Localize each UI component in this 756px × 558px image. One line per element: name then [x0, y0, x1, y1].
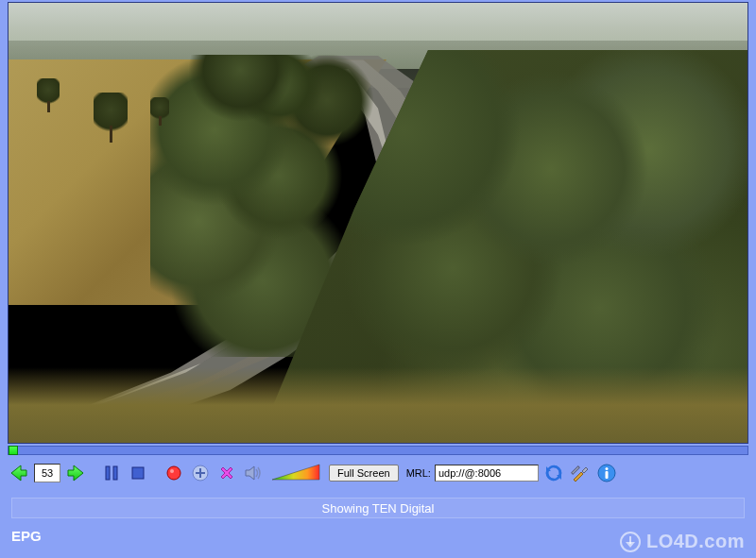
- info-icon: [597, 464, 616, 482]
- toolbar: 53: [8, 460, 748, 486]
- status-text: Showing TEN Digital: [322, 501, 435, 516]
- svg-rect-7: [196, 472, 205, 474]
- add-button[interactable]: [189, 462, 212, 484]
- download-icon: [620, 532, 641, 552]
- seek-thumb[interactable]: [9, 446, 18, 455]
- info-button[interactable]: [595, 462, 618, 484]
- record-icon: [165, 465, 182, 482]
- arrow-right-icon: [65, 463, 86, 483]
- volume-slider[interactable]: [270, 463, 321, 483]
- plus-icon: [192, 465, 209, 482]
- svg-rect-2: [132, 467, 144, 479]
- svg-point-10: [605, 467, 608, 470]
- pause-icon: [103, 465, 120, 482]
- status-bar: Showing TEN Digital: [11, 498, 745, 518]
- speaker-icon: [244, 465, 263, 482]
- mrl-label: MRL:: [406, 467, 431, 479]
- svg-rect-11: [605, 471, 608, 479]
- video-viewport: [8, 2, 748, 444]
- settings-button[interactable]: [569, 462, 592, 484]
- svg-rect-1: [113, 466, 117, 480]
- refresh-icon: [544, 464, 563, 482]
- watermark-text: LO4D.com: [646, 531, 745, 552]
- record-button[interactable]: [163, 462, 185, 484]
- svg-rect-8: [572, 466, 579, 474]
- arrow-left-icon: [9, 463, 29, 483]
- delete-button[interactable]: [215, 462, 238, 484]
- video-frame: [9, 3, 747, 443]
- seek-bar[interactable]: [8, 446, 748, 455]
- next-channel-button[interactable]: [64, 462, 87, 484]
- pause-button[interactable]: [100, 462, 123, 484]
- svg-rect-0: [106, 466, 110, 480]
- delete-x-icon: [218, 465, 235, 482]
- svg-point-4: [170, 469, 174, 473]
- watermark: LO4D.com: [620, 531, 745, 552]
- prev-channel-button[interactable]: [8, 462, 30, 484]
- channel-number-input[interactable]: 53: [34, 464, 60, 482]
- refresh-button[interactable]: [542, 462, 565, 484]
- epg-section-label: EPG: [11, 528, 42, 544]
- volume-wedge-icon: [270, 463, 321, 483]
- audio-button[interactable]: [242, 462, 265, 484]
- stop-button[interactable]: [127, 462, 149, 484]
- mrl-input[interactable]: [435, 465, 539, 482]
- svg-point-3: [167, 466, 180, 480]
- fullscreen-button[interactable]: Full Screen: [329, 465, 399, 482]
- stop-icon: [129, 465, 146, 482]
- tools-icon: [571, 464, 590, 482]
